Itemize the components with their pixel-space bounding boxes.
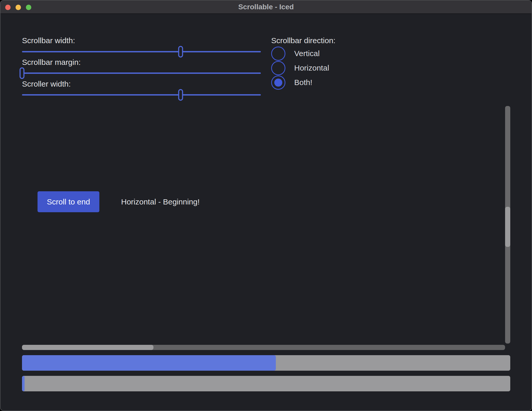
app-window: Scrollable - Iced Scrollbar width: Scrol…	[0, 0, 532, 411]
slider-rail[interactable]	[22, 73, 261, 74]
scrollbar-width-label: Scrollbar width:	[22, 36, 75, 45]
horizontal-scroller[interactable]	[22, 345, 153, 350]
radio-horizontal-label: Horizontal	[294, 64, 329, 72]
horizontal-scroll-progress-bar	[22, 355, 510, 371]
scrollbar-width-slider[interactable]	[22, 46, 261, 57]
vertical-scroller[interactable]	[505, 207, 510, 247]
radio-circle[interactable]	[271, 61, 285, 75]
radio-both[interactable]: Both!	[271, 75, 312, 90]
scrollbar-direction-label: Scrollbar direction:	[271, 36, 335, 45]
scrollbar-margin-label: Scrollbar margin:	[22, 58, 81, 67]
slider-handle[interactable]	[178, 89, 183, 101]
scrollbar-margin-slider[interactable]	[22, 67, 261, 79]
radio-both-label: Both!	[294, 78, 312, 87]
horizontal-scrollbar[interactable]	[22, 345, 505, 350]
progress-fill	[22, 355, 276, 371]
slider-rail[interactable]	[22, 94, 261, 96]
scroller-width-label: Scroller width:	[22, 80, 71, 88]
radio-circle[interactable]	[271, 47, 285, 61]
slider-rail[interactable]	[22, 51, 261, 52]
radio-dot	[274, 79, 282, 87]
slider-handle[interactable]	[178, 46, 183, 58]
window-title: Scrollable - Iced	[1, 1, 531, 13]
radio-vertical[interactable]: Vertical	[271, 46, 320, 61]
slider-handle[interactable]	[20, 67, 25, 79]
scroller-width-slider[interactable]	[22, 89, 261, 101]
vertical-scroll-progress-bar	[22, 376, 510, 391]
vertical-scrollbar[interactable]	[505, 106, 510, 344]
radio-circle[interactable]	[271, 75, 285, 90]
scroll-status-text: Horizontal - Beginning!	[121, 191, 200, 212]
titlebar[interactable]: Scrollable - Iced	[1, 1, 531, 14]
radio-horizontal[interactable]: Horizontal	[271, 61, 329, 75]
scroll-to-end-button[interactable]: Scroll to end	[38, 191, 99, 212]
progress-fill	[22, 376, 25, 391]
radio-vertical-label: Vertical	[294, 49, 320, 58]
